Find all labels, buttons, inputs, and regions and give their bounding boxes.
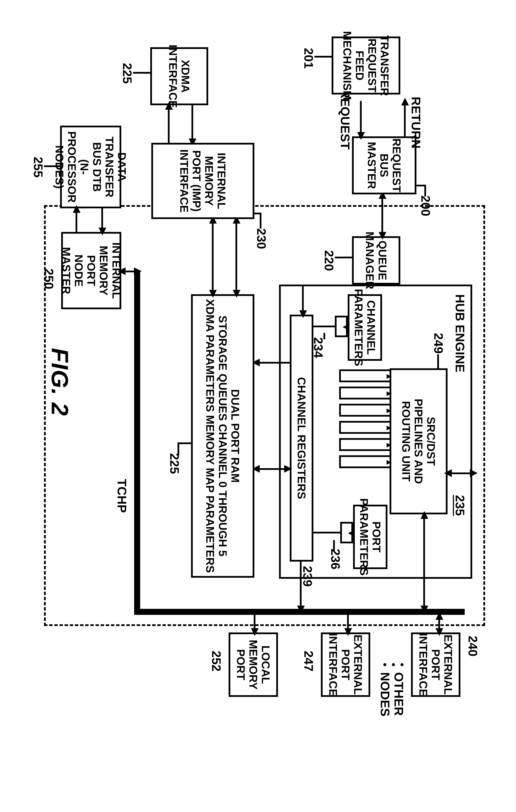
pipelines-text: SRC/DST PIPELINES AND ROUTING UNIT [400, 399, 437, 484]
xdma-interface: XDMA INTERFACE [150, 47, 208, 105]
dtb-ref: 255 [31, 157, 45, 178]
tchp-bus [134, 270, 140, 615]
channel-parameters: CHANNEL PARAMETERS [348, 294, 382, 361]
channel-slot [339, 455, 390, 468]
channel-slot [339, 421, 390, 434]
channel-slot [339, 386, 390, 400]
request-bus-master-text: REQUEST BUS MASTER [366, 138, 403, 192]
ext-port-1-text: EXTERNAL PORT INTERFACE [417, 633, 455, 696]
ext-port-n-ref: 247 [302, 651, 315, 671]
local-mem-ref: 252 [210, 651, 223, 671]
queue-manager-text: QUEUE MANAGER [364, 232, 389, 289]
local-mem-text: LOCAL MEMORY PORT [235, 640, 272, 690]
external-bus [134, 609, 465, 615]
request-bus-master-ref: 200 [419, 196, 432, 216]
dual-port-ram: DUAL PORT RAM STORAGE QUEUES CHANNEL 0 T… [191, 294, 254, 578]
pipelines-ref: 249 [432, 333, 445, 354]
hub-engine-ref: 235 [453, 495, 467, 516]
port-parameters-text: PORT PARAMETERS [358, 498, 383, 576]
imp-master-ref: 250 [42, 268, 56, 289]
hub-engine-title: HUB ENGINE [453, 294, 467, 372]
imp-master-text: INTERNAL MEMORY PORT NODE MASTER [60, 235, 122, 306]
port-parameters-ref: 236 [329, 549, 342, 570]
other-nodes-label: OTHER NODES [378, 672, 406, 717]
page: HUB ENGINE 235 SRC/DST PIPELINES AND ROU… [0, 0, 516, 812]
ext-port-n-text: EXTERNAL PORT INTERFACE [327, 633, 364, 696]
channel-registers-ref: 239 [301, 566, 314, 587]
channel-parameters-text: CHANNEL PARAMETERS [353, 289, 377, 366]
queue-manager: QUEUE MANAGER [352, 236, 400, 285]
diagram-frame: HUB ENGINE 235 SRC/DST PIPELINES AND ROU… [0, 34, 485, 481]
request-bus-master: REQUEST BUS MASTER [352, 136, 416, 194]
transfer-mech-text: TRANSFER REQUEST FEED MECHANISM [341, 31, 391, 100]
dual-port-ram-ref: 225 [168, 453, 181, 474]
external-port-interface-n: EXTERNAL PORT INTERFACE [321, 633, 370, 697]
imp-interface: INTERNAL MEMORY PORT (IMP) INTERFACE [151, 143, 254, 219]
transfer-mech-ref: 201 [302, 48, 315, 69]
port-parameters: PORT PARAMETERS [353, 505, 388, 569]
imp-interface-text: INTERNAL MEMORY PORT (IMP) INTERFACE [178, 149, 228, 212]
channel-slot [339, 404, 390, 417]
channel-slot [339, 438, 390, 451]
imp-node-master: INTERNAL MEMORY PORT NODE MASTER [61, 232, 121, 309]
channel-slot [339, 369, 390, 382]
xdma-interface-text: XDMA INTERFACE [167, 45, 192, 108]
local-memory-port: LOCAL MEMORY PORT [229, 633, 278, 697]
ext-port-1-ref: 240 [466, 636, 480, 657]
other-nodes-dots [383, 663, 403, 666]
channel-parameters-ref: 234 [311, 337, 325, 358]
dtb-text: DATA TRANSFER BUS DTB (N-PROCESSOR NODES… [53, 129, 128, 205]
transfer-request-feed-mechanism: TRANSFER REQUEST FEED MECHANISM [332, 36, 400, 94]
external-port-interface-1: EXTERNAL PORT INTERFACE [411, 633, 460, 697]
xdma-interface-ref: 225 [120, 63, 134, 84]
pipelines-block: SRC/DST PIPELINES AND ROUTING UNIT [390, 368, 448, 514]
channel-registers: CHANNEL REGISTERS [290, 315, 313, 561]
figure-label: FIG. 2 [47, 348, 73, 416]
tchp-label: TCHP [115, 479, 129, 513]
channel-registers-text: CHANNEL REGISTERS [295, 377, 308, 499]
dual-port-ram-text: DUAL PORT RAM STORAGE QUEUES CHANNEL 0 T… [204, 299, 241, 573]
data-transfer-bus: DATA TRANSFER BUS DTB (N-PROCESSOR NODES… [60, 126, 121, 208]
return-label: RETURN [409, 97, 423, 149]
queue-manager-ref: 220 [322, 250, 336, 271]
imp-interface-ref: 230 [254, 228, 268, 249]
